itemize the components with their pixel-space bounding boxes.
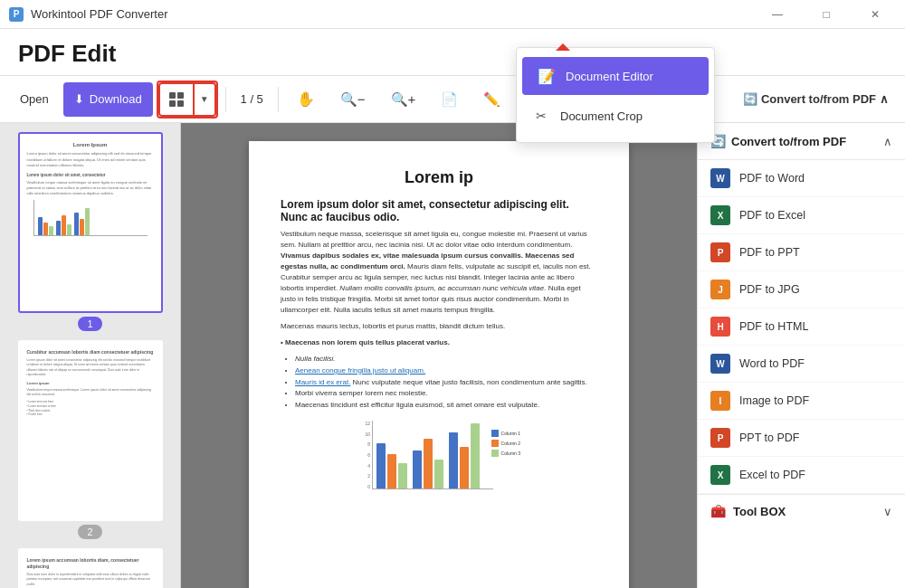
legend-item-2: Column 2 (491, 440, 520, 447)
excel-to-pdf-icon: X (710, 465, 730, 485)
bar-col1-g1 (376, 443, 386, 488)
convert-panel-title: Convert to/from PDF (731, 135, 846, 148)
bar-chart: 121086420 (357, 421, 520, 502)
convert-item-pdf-to-excel[interactable]: X PDF to Excel (698, 197, 905, 234)
thumb-frame-3: Lorem ipsum accumsan lobortis diam, cons… (18, 548, 163, 588)
page-view-button[interactable]: 📄 (430, 82, 469, 117)
legend-item-3: Column 3 (491, 450, 520, 457)
image-to-pdf-icon: I (710, 391, 730, 411)
convert-item-pdf-to-jpg[interactable]: J PDF to JPG (698, 271, 905, 308)
list-item: Aenean congue fringilla justo ut aliquam… (295, 365, 597, 377)
grid-view-button[interactable] (158, 82, 195, 117)
thumb-label-2: 2 (78, 525, 101, 539)
thumb-label-1: 1 (78, 317, 101, 331)
pdf-to-excel-icon: X (710, 205, 730, 225)
pdf-page: Lorem ip Lorem ipsum dolor sit amet, con… (249, 141, 629, 588)
dropdown-arrow-indicator (556, 43, 570, 51)
convert-item-pdf-to-word[interactable]: W PDF to Word (698, 160, 905, 197)
pdf-bullet-heading: • Maecenas non lorem quis tellus placera… (281, 337, 597, 348)
toolbox-icon: 🧰 (710, 504, 726, 518)
convert-item-excel-to-pdf[interactable]: X Excel to PDF (698, 457, 905, 494)
pdf-to-jpg-label: PDF to JPG (739, 283, 800, 296)
legend-color-1 (491, 430, 499, 437)
thumbnail-3[interactable]: Lorem ipsum accumsan lobortis diam, cons… (9, 548, 171, 588)
minimize-button[interactable]: — (757, 0, 798, 29)
toolbar: Open ⬇ Download ▼ 1 / 5 ✋ 🔍− 🔍+ 📄 (0, 76, 905, 123)
convert-item-pdf-to-ppt[interactable]: P PDF to PPT (698, 234, 905, 271)
toolbox-expand-icon: ∨ (883, 505, 892, 518)
document-editor-item[interactable]: 📝 Document Editor (522, 57, 709, 95)
pan-tool-button[interactable]: ✋ (286, 82, 326, 117)
bar-group-2 (413, 439, 443, 488)
page-view-icon: 📄 (441, 91, 458, 108)
pdf-viewer: Lorem ip Lorem ipsum dolor sit amet, con… (181, 123, 697, 588)
pdf-bullet-list: Nulla facilisi. Aenean congue fringilla … (295, 354, 597, 412)
close-button[interactable]: ✕ (854, 0, 896, 29)
maximize-button[interactable]: □ (805, 0, 847, 29)
download-icon: ⬇ (74, 92, 84, 106)
pdf-bold-heading: Lorem ipsum dolor sit amet, consectetur … (281, 198, 597, 223)
thumbnail-2[interactable]: Curabitur accumsan lobortis diam consect… (9, 340, 171, 539)
chart-bars (372, 421, 493, 489)
pdf-paragraph-1: Vestibulum neque massa, scelerisque sit … (281, 229, 597, 316)
list-item: Mauris id ex erat. Nunc vulputate neque … (295, 377, 597, 389)
app-logo: P (9, 7, 24, 22)
legend-color-3 (491, 450, 499, 457)
convert-header-left: 🔄 Convert to/from PDF (710, 134, 846, 148)
zoom-out-icon: 🔍− (340, 91, 366, 108)
chevron-down-icon: ▼ (200, 94, 209, 104)
convert-panel-toggle[interactable]: 🔄 Convert to/from PDF ∧ (736, 92, 896, 106)
view-mode-dropdown-button[interactable]: ▼ (195, 82, 216, 117)
pen-tool-button[interactable]: ✏️ (472, 82, 511, 117)
pdf-to-word-label: PDF to Word (739, 172, 805, 185)
ppt-to-pdf-label: PPT to PDF (739, 432, 799, 444)
thumbnail-1[interactable]: Lorem Ipsum Lorem ipsum dolor sit amet c… (9, 132, 171, 331)
bar-col3-g2 (434, 460, 443, 488)
word-to-pdf-icon: W (710, 354, 730, 374)
grid-icon (169, 92, 184, 107)
bar-col2-g3 (460, 447, 469, 488)
thumbnail-sidebar: Lorem Ipsum Lorem ipsum dolor sit amet c… (0, 123, 181, 588)
app-header: PDF Edit (0, 29, 905, 76)
list-item: Maecenas tincidunt est efficitur ligula … (295, 400, 597, 412)
chart-legend: Column 1 Column 2 Column 3 (491, 430, 520, 457)
convert-item-image-to-pdf[interactable]: I Image to PDF (698, 383, 905, 420)
convert-item-word-to-pdf[interactable]: W Word to PDF (698, 346, 905, 383)
ppt-to-pdf-icon: P (710, 428, 730, 448)
zoom-in-icon: 🔍+ (391, 91, 416, 108)
zoom-out-button[interactable]: 🔍− (329, 82, 376, 117)
pdf-to-excel-label: PDF to Excel (739, 209, 805, 222)
legend-item-1: Column 1 (491, 430, 520, 437)
thumb-img-3: Lorem ipsum accumsan lobortis diam, cons… (24, 554, 157, 588)
separator-1 (225, 87, 226, 112)
convert-item-ppt-to-pdf[interactable]: P PPT to PDF (698, 420, 905, 457)
document-crop-icon: ✂ (531, 106, 551, 126)
pdf-to-ppt-icon: P (710, 242, 730, 262)
separator-2 (278, 87, 279, 112)
collapse-panel-button[interactable]: ∧ (883, 135, 892, 148)
convert-panel-icon: 🔄 (743, 92, 757, 106)
bar-col3-g1 (398, 463, 407, 488)
pdf-chart-area: 121086420 (281, 421, 597, 502)
document-crop-item[interactable]: ✂ Document Crop (517, 97, 714, 135)
right-panel: 🔄 Convert to/from PDF ∧ W PDF to Word X … (697, 123, 905, 588)
zoom-in-button[interactable]: 🔍+ (380, 82, 427, 117)
page-indicator: 1 / 5 (233, 92, 271, 106)
bar-col1-g2 (413, 450, 422, 488)
window-controls: — □ ✕ (757, 0, 896, 29)
app-name: Workintool PDF Converter (31, 7, 167, 21)
edit-dropdown-menu: 📝 Document Editor ✂ Document Crop (516, 47, 715, 143)
bar-col2-g1 (387, 454, 396, 488)
bar-group-3 (449, 423, 480, 488)
hand-icon: ✋ (297, 90, 315, 108)
document-editor-icon: 📝 (537, 66, 557, 86)
titlebar: P Workintool PDF Converter — □ ✕ (0, 0, 905, 29)
open-button[interactable]: Open (9, 82, 60, 117)
download-button[interactable]: ⬇ Download (63, 82, 153, 117)
pdf-page-title: Lorem ip (281, 168, 597, 187)
toolbox-left: 🧰 Tool BOX (710, 504, 786, 518)
toolbox-section[interactable]: 🧰 Tool BOX ∨ (698, 494, 905, 527)
thumb-frame-2: Curabitur accumsan lobortis diam consect… (18, 340, 163, 521)
convert-item-pdf-to-html[interactable]: H PDF to HTML (698, 308, 905, 346)
pdf-to-html-icon: H (710, 317, 730, 337)
